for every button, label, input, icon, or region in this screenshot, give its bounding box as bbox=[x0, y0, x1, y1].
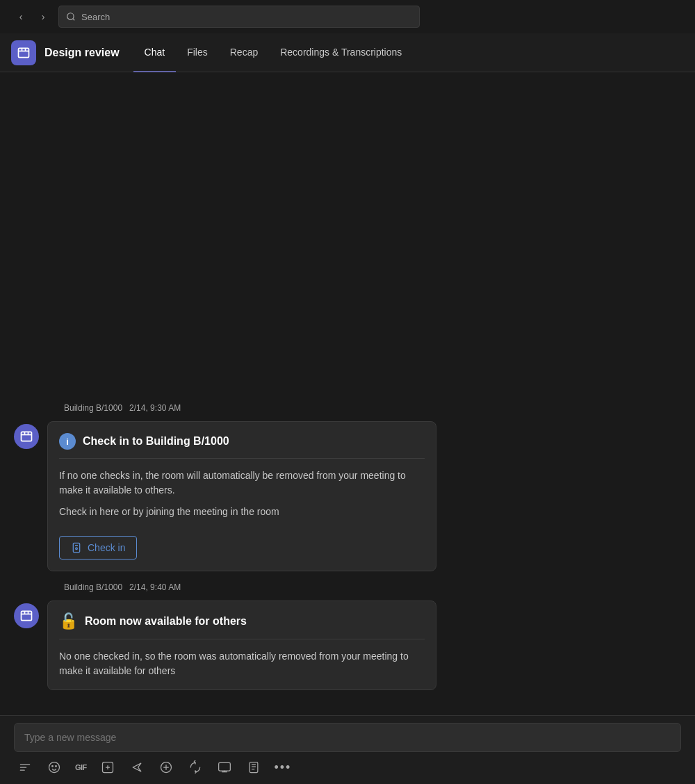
card-body-2: No one checked in, so the room was autom… bbox=[59, 649, 425, 678]
message-card-1: i Check in to Building B/1000 If no one … bbox=[47, 421, 436, 571]
message-card-2: 🔓 Room now available for others No one c… bbox=[47, 601, 436, 690]
card-body-1: If no one checks in, the room will autom… bbox=[59, 468, 425, 560]
info-icon: i bbox=[59, 433, 76, 450]
toolbar-icons: GIF ••• bbox=[14, 758, 681, 777]
sticker-icon[interactable] bbox=[99, 759, 116, 776]
card-header-1: i Check in to Building B/1000 bbox=[59, 433, 425, 459]
tab-recap[interactable]: Recap bbox=[219, 33, 269, 72]
channel-name: Design review bbox=[44, 47, 120, 59]
main-content: Building B/1000 2/14, 9:30 AM i Check in… bbox=[0, 72, 695, 784]
tabs: Chat Files Recap Recordings & Transcript… bbox=[133, 33, 414, 72]
svg-rect-6 bbox=[22, 432, 32, 441]
svg-point-17 bbox=[49, 762, 60, 773]
emoji-icon[interactable] bbox=[46, 759, 63, 776]
avatar-2 bbox=[14, 603, 39, 628]
channel-header: Design review Chat Files Recap Recording… bbox=[0, 33, 695, 72]
search-icon bbox=[66, 12, 76, 22]
sender-meta-1: Building B/1000 2/14, 9:30 AM bbox=[50, 403, 695, 413]
loop-icon[interactable] bbox=[187, 759, 204, 776]
search-placeholder: Search bbox=[81, 12, 110, 22]
svg-point-19 bbox=[56, 766, 57, 767]
card-title-1: Check in to Building B/1000 bbox=[83, 435, 229, 448]
forward-button[interactable]: › bbox=[33, 7, 53, 26]
channel-avatar bbox=[11, 40, 36, 65]
message-group-2: 🔓 Room now available for others No one c… bbox=[0, 595, 695, 696]
search-bar[interactable]: Search bbox=[58, 6, 420, 28]
svg-rect-22 bbox=[250, 762, 258, 773]
screen-icon[interactable] bbox=[216, 759, 233, 776]
sender-meta-2: Building B/1000 2/14, 9:40 AM bbox=[50, 582, 695, 592]
notepad-icon[interactable] bbox=[245, 759, 262, 776]
svg-rect-21 bbox=[219, 762, 231, 771]
tab-chat[interactable]: Chat bbox=[133, 33, 177, 72]
svg-point-18 bbox=[52, 766, 54, 767]
check-in-button[interactable]: Check in bbox=[59, 536, 137, 560]
svg-point-0 bbox=[67, 13, 74, 19]
nav-arrows: ‹ › bbox=[11, 7, 53, 26]
top-bar: ‹ › Search bbox=[0, 0, 695, 33]
gif-icon[interactable]: GIF bbox=[75, 759, 87, 776]
tab-files[interactable]: Files bbox=[176, 33, 219, 72]
format-icon[interactable] bbox=[17, 759, 33, 776]
svg-rect-13 bbox=[22, 611, 32, 620]
svg-point-11 bbox=[76, 548, 78, 550]
back-button[interactable]: ‹ bbox=[11, 7, 31, 26]
svg-line-1 bbox=[73, 19, 75, 21]
message-group-1: i Check in to Building B/1000 If no one … bbox=[0, 416, 695, 577]
message-input[interactable] bbox=[14, 723, 681, 752]
messages-area: Building B/1000 2/14, 9:30 AM i Check in… bbox=[0, 72, 695, 715]
checkin-icon bbox=[71, 542, 82, 553]
card-title-2: Room now available for others bbox=[85, 615, 247, 628]
unlock-icon: 🔓 bbox=[59, 612, 78, 630]
more-icon[interactable]: ••• bbox=[275, 759, 291, 776]
avatar-1 bbox=[14, 424, 39, 449]
input-area: GIF ••• bbox=[0, 715, 695, 784]
svg-rect-2 bbox=[19, 48, 29, 57]
send-icon[interactable] bbox=[129, 759, 145, 776]
card-header-2: 🔓 Room now available for others bbox=[59, 612, 425, 639]
tab-recordings[interactable]: Recordings & Transcriptions bbox=[269, 33, 413, 72]
attach-icon[interactable] bbox=[158, 759, 174, 776]
